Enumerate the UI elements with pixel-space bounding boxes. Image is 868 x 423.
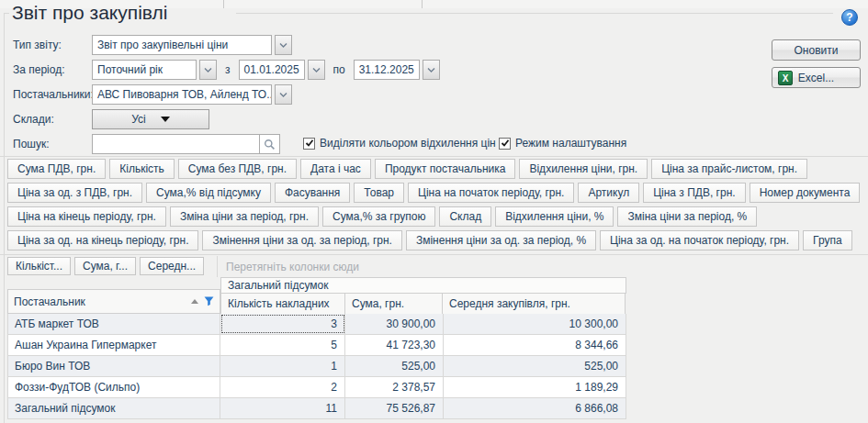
column-chip[interactable]: Відхилення ціни, грн. xyxy=(519,159,648,179)
table-row[interactable]: Бюро Вин ТОВ1525,00525,00 xyxy=(7,356,626,377)
avg-cell[interactable]: 8 344,66 xyxy=(444,335,626,355)
columns-chip-row: Ціна за од. на кінець періоду, грн.Зміне… xyxy=(7,230,865,254)
column-chip[interactable]: Сума,% від підсумку xyxy=(146,183,271,203)
suppliers-value[interactable]: АВС Пивоварня ТОВ, Айленд ТО... xyxy=(92,84,272,105)
refresh-button[interactable]: Оновити xyxy=(772,39,861,61)
highlight-deviation-checkbox[interactable]: Виділяти кольором відхилення цін xyxy=(303,137,496,150)
suppliers-select[interactable]: АВС Пивоварня ТОВ, Айленд ТО... xyxy=(92,84,292,105)
excel-button-label: Excel... xyxy=(798,72,834,84)
column-header-avg[interactable]: Середня закупівля, грн. xyxy=(442,293,626,315)
column-chip[interactable]: Фасування xyxy=(275,183,350,203)
column-chip[interactable]: Зміна ціни за період, грн. xyxy=(170,206,319,227)
measure-chip[interactable]: Сума, г... xyxy=(74,257,136,275)
column-chip[interactable]: Змінення ціни за од. за період, % xyxy=(406,230,596,250)
columns-chip-row: Ціна за од. з ПДВ, грн.Сума,% від підсум… xyxy=(7,183,865,206)
avg-cell[interactable]: 10 300,00 xyxy=(444,314,626,334)
report-type-row: Тип звіту: Звіт про закупівельні ціни xyxy=(13,35,858,55)
column-chip[interactable]: Ціна на початок періоду, грн. xyxy=(408,183,574,203)
column-chip[interactable]: Зміна ціни за період, % xyxy=(617,206,757,227)
date-from-value[interactable]: 01.01.2025 xyxy=(239,60,305,80)
period-value[interactable]: Поточний рік xyxy=(92,60,197,80)
count-cell[interactable]: 1 xyxy=(220,356,345,376)
column-chip[interactable]: Сума ПДВ, грн. xyxy=(7,159,106,179)
column-chip[interactable]: Сума без ПДВ, грн. xyxy=(178,159,297,179)
table-row[interactable]: АТБ маркет ТОВ330 900,0010 300,00 xyxy=(7,314,626,335)
column-chip[interactable]: Змінення ціни за од. за період, грн. xyxy=(202,230,401,250)
column-chip[interactable]: Склад xyxy=(439,206,491,227)
column-chip[interactable]: Ціна з ПДВ, грн. xyxy=(643,183,745,203)
sum-cell[interactable]: 41 723,30 xyxy=(345,335,444,355)
sum-cell[interactable]: 2 378,57 xyxy=(345,377,444,397)
warehouses-value: Усі xyxy=(131,113,146,126)
sum-cell[interactable]: 30 900,00 xyxy=(345,314,444,334)
supplier-cell[interactable]: Фоззи-ФудТОВ (Сильпо) xyxy=(8,377,220,397)
sum-cell[interactable]: 525,00 xyxy=(345,356,444,376)
tab-separator xyxy=(223,0,224,8)
settings-mode-checkbox[interactable]: Режим налаштування xyxy=(499,137,626,150)
search-row: Пошук: Виділяти кольором відхилення цін … xyxy=(13,134,858,154)
supplier-column-header[interactable]: Постачальник xyxy=(7,289,220,314)
avg-cell[interactable]: 6 866,08 xyxy=(444,398,626,418)
count-cell[interactable]: 3 xyxy=(220,314,345,334)
column-chip[interactable]: Ціна за од. на початок періоду, грн. xyxy=(600,230,799,250)
supplier-cell[interactable]: Бюро Вин ТОВ xyxy=(8,356,220,376)
period-select[interactable]: Поточний рік xyxy=(92,60,217,80)
table-group-header[interactable]: Загальний підсумок xyxy=(220,277,626,294)
count-cell[interactable]: 2 xyxy=(220,377,345,397)
excel-export-button[interactable]: Excel... xyxy=(772,67,861,88)
chevron-down-icon[interactable] xyxy=(423,60,440,80)
column-chip[interactable]: Дата і час xyxy=(300,159,371,179)
table-row[interactable]: Фоззи-ФудТОВ (Сильпо)22 378,571 189,29 xyxy=(7,377,626,398)
sum-cell[interactable]: 75 526,87 xyxy=(345,398,444,418)
column-chip[interactable]: Ціна на кінець періоду, грн. xyxy=(7,206,166,227)
help-icon[interactable] xyxy=(841,9,858,26)
sort-ascending-icon[interactable] xyxy=(191,299,198,304)
measure-chip[interactable]: Кількіст... xyxy=(7,257,71,275)
report-type-select[interactable]: Звіт про закупівельні ціни xyxy=(92,35,292,55)
supplier-cell[interactable]: Ашан Украина Гипермаркет xyxy=(8,335,220,355)
report-type-value[interactable]: Звіт про закупівельні ціни xyxy=(92,35,272,55)
column-chip[interactable]: Товар xyxy=(354,183,404,203)
column-chip[interactable]: Ціна за од. з ПДВ, грн. xyxy=(7,183,142,203)
checkbox-checked-icon xyxy=(303,138,315,150)
column-chip[interactable]: Відхилення ціни, % xyxy=(495,206,614,227)
supplier-cell[interactable]: Загальний підсумок xyxy=(8,398,220,418)
separator xyxy=(0,156,868,157)
column-header-count[interactable]: Кількість накладних xyxy=(220,293,345,315)
chevron-down-icon[interactable] xyxy=(308,60,325,80)
supplier-cell[interactable]: АТБ маркет ТОВ xyxy=(8,314,220,334)
measure-chip[interactable]: Середн... xyxy=(140,257,204,275)
date-to-value[interactable]: 31.12.2025 xyxy=(354,60,420,80)
column-chip[interactable]: Артикул xyxy=(578,183,639,203)
column-chip[interactable]: Продукт постачальника xyxy=(375,159,516,179)
column-chip[interactable]: Номер документа xyxy=(750,183,861,203)
count-cell[interactable]: 5 xyxy=(220,335,345,355)
avg-cell[interactable]: 525,00 xyxy=(444,356,626,376)
column-chip[interactable]: Ціна за прайс-листом, грн. xyxy=(651,159,807,179)
period-row: За період: Поточний рік з 01.01.2025 по … xyxy=(13,60,858,80)
available-columns-area: Сума ПДВ, грн.КількістьСума без ПДВ, грн… xyxy=(7,159,865,254)
search-icon[interactable] xyxy=(260,134,280,154)
count-cell[interactable]: 11 xyxy=(220,398,345,418)
table-row[interactable]: Ашан Украина Гипермаркет541 723,308 344,… xyxy=(7,335,626,356)
chevron-down-icon[interactable] xyxy=(199,60,217,80)
chevron-down-icon[interactable] xyxy=(275,35,292,55)
table-total-row[interactable]: Загальний підсумок1175 526,876 866,08 xyxy=(7,398,626,419)
tab-separator xyxy=(422,0,423,8)
excel-icon xyxy=(778,71,793,85)
search-label: Пошук: xyxy=(13,138,50,150)
column-header-sum[interactable]: Сума, грн. xyxy=(344,293,443,315)
warehouses-label: Склади: xyxy=(13,113,54,126)
column-chip[interactable]: Ціна за од. на кінець періоду, грн. xyxy=(7,230,198,250)
search-input[interactable] xyxy=(92,134,260,154)
column-chip[interactable]: Кількість xyxy=(109,159,175,179)
warehouses-dropdown[interactable]: Усі xyxy=(92,109,209,129)
column-chip[interactable]: Сума,% за групою xyxy=(322,206,435,227)
table-column-headers: Кількість накладних Сума, грн. Середня з… xyxy=(220,293,626,315)
date-from-picker[interactable]: 01.01.2025 xyxy=(239,60,325,80)
filter-funnel-icon[interactable] xyxy=(204,296,214,306)
column-chip[interactable]: Група xyxy=(803,230,852,250)
chevron-down-icon[interactable] xyxy=(275,84,292,105)
date-to-picker[interactable]: 31.12.2025 xyxy=(354,60,440,80)
avg-cell[interactable]: 1 189,29 xyxy=(444,377,626,397)
